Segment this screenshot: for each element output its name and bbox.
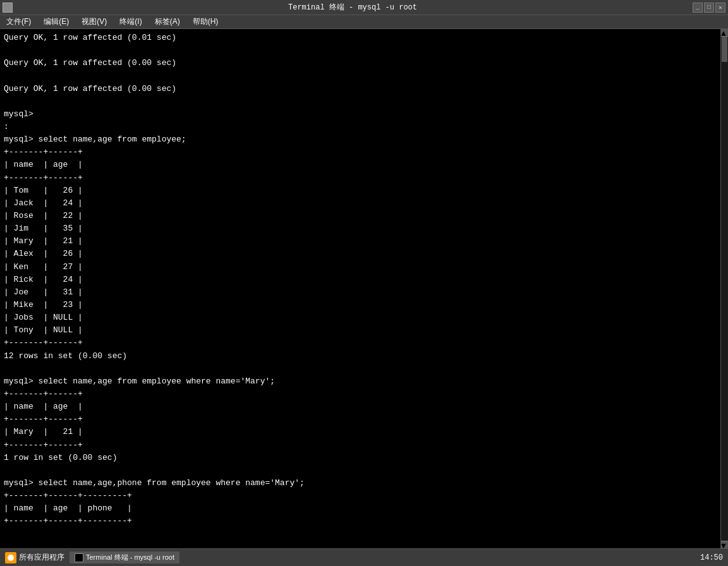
taskbar-terminal-icon — [75, 553, 83, 562]
menu-view[interactable]: 视图(V) — [75, 15, 113, 28]
menu-tabs[interactable]: 标签(A) — [149, 15, 186, 28]
menu-edit[interactable]: 编辑(E) — [37, 15, 75, 28]
svg-point-0 — [8, 555, 14, 561]
menu-help[interactable]: 帮助(H) — [186, 15, 225, 28]
close-button[interactable]: ✕ — [715, 3, 725, 13]
taskbar-terminal-item[interactable]: Terminal 终端 - mysql -u root — [70, 551, 179, 563]
scrollbar-up-button[interactable]: ▲ — [721, 29, 728, 37]
menu-terminal[interactable]: 终端(I) — [113, 15, 148, 28]
titlebar-title: Terminal 终端 - mysql -u root — [13, 2, 693, 13]
taskbar: 所有应用程序 Terminal 终端 - mysql -u root 14:50 — [0, 548, 728, 566]
minimize-button[interactable]: _ — [693, 3, 703, 13]
maximize-button[interactable]: □ — [704, 3, 714, 13]
menu-file[interactable]: 文件(F) — [0, 15, 37, 28]
terminal-output[interactable]: Query OK, 1 row affected (0.01 sec) Quer… — [0, 29, 720, 548]
terminal-container: Query OK, 1 row affected (0.01 sec) Quer… — [0, 29, 728, 548]
titlebar-buttons: _ □ ✕ — [693, 3, 725, 13]
taskbar-apps-menu[interactable]: 所有应用程序 — [5, 552, 64, 563]
apps-icon — [5, 552, 16, 563]
titlebar-left — [3, 3, 13, 13]
terminal-window-icon — [3, 3, 13, 13]
scrollbar-thumb[interactable] — [722, 37, 727, 62]
taskbar-apps-label: 所有应用程序 — [19, 552, 64, 563]
taskbar-left: 所有应用程序 Terminal 终端 - mysql -u root — [5, 551, 179, 563]
scrollbar-track — [721, 37, 728, 541]
taskbar-time: 14:50 — [700, 553, 723, 562]
titlebar: Terminal 终端 - mysql -u root _ □ ✕ — [0, 0, 728, 15]
scrollbar-down-button[interactable]: ▼ — [721, 541, 728, 548]
menubar: 文件(F) 编辑(E) 视图(V) 终端(I) 标签(A) 帮助(H) — [0, 15, 728, 29]
taskbar-terminal-label: Terminal 终端 - mysql -u root — [86, 553, 174, 562]
scrollbar[interactable]: ▲ ▼ — [720, 29, 728, 548]
